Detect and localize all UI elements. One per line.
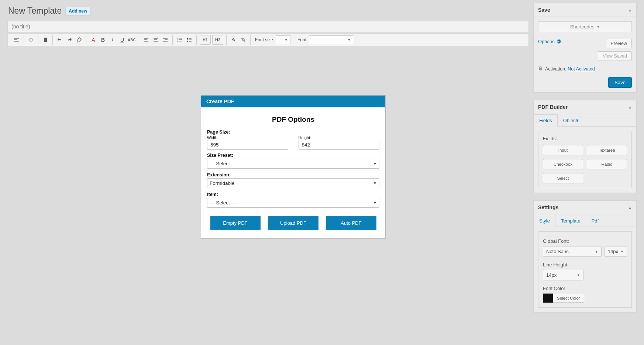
select-color-button[interactable]: Select Color [553, 294, 584, 303]
h2-button[interactable]: H2 [212, 35, 223, 45]
svg-rect-14 [179, 41, 182, 41]
collapse-icon[interactable]: ▲ [628, 206, 632, 210]
link-icon[interactable] [229, 35, 238, 45]
align-center-icon[interactable] [151, 35, 161, 45]
svg-rect-11 [163, 41, 168, 42]
line-height-label: Line Height: [543, 262, 627, 268]
tab-template[interactable]: Template [555, 215, 586, 227]
page-size-label: Page Size: [207, 130, 379, 135]
italic-button[interactable]: I [108, 35, 117, 45]
font-select[interactable]: -▼ [309, 35, 353, 44]
fields-label: Fields: [543, 136, 627, 141]
extension-select[interactable]: Formidable▼ [207, 178, 379, 188]
create-pdf-dialog: Create PDF PDF Options Page Size: Width:… [201, 95, 386, 239]
activation-label: Activation: Not Activated [545, 66, 595, 72]
field-textarea-button[interactable]: Textarea [587, 145, 627, 155]
field-select-button[interactable]: Select [543, 173, 583, 183]
height-label: Height: [299, 135, 380, 140]
svg-rect-1 [14, 39, 17, 40]
pdf-builder-title: PDF Builder [538, 104, 568, 110]
tab-fields[interactable]: Fields [534, 114, 558, 127]
empty-pdf-button[interactable]: Empty PDF [210, 216, 261, 230]
svg-rect-0 [14, 38, 19, 39]
dialog-heading: PDF Options [207, 115, 379, 124]
font-color-label: Font Color: [543, 286, 627, 291]
save-button[interactable]: Save [608, 77, 632, 88]
settings-title: Settings [538, 204, 558, 210]
size-preset-select[interactable]: --- Select ---▼ [207, 159, 379, 169]
template-title-input[interactable] [7, 21, 529, 32]
list-unordered-icon[interactable] [185, 35, 194, 45]
font-size-select[interactable]: -▼ [276, 35, 290, 44]
width-input[interactable] [207, 140, 288, 150]
tab-objects[interactable]: Objects [558, 114, 585, 127]
collapse-icon[interactable]: ▲ [628, 8, 632, 12]
unlink-icon[interactable] [238, 35, 248, 45]
svg-rect-10 [165, 39, 168, 40]
save-panel-title: Save [538, 7, 550, 13]
field-input-button[interactable]: Input [543, 145, 583, 155]
svg-text:3: 3 [177, 40, 178, 42]
save-panel: Save ▲ Shortcodes▼ Options Preview View … [533, 3, 637, 93]
svg-rect-7 [154, 39, 157, 40]
svg-point-20 [187, 41, 188, 42]
field-checkbox-button[interactable]: Checkbox [543, 159, 583, 169]
eye-icon[interactable] [26, 35, 36, 45]
item-label: Item: [207, 192, 379, 197]
svg-rect-13 [179, 39, 182, 40]
gear-icon [556, 39, 561, 44]
list-ordered-icon[interactable]: 123 [175, 35, 185, 45]
svg-rect-12 [179, 38, 182, 38]
font-label: Font: [297, 37, 307, 42]
activation-status-link[interactable]: Not Activated [568, 66, 595, 72]
svg-rect-22 [189, 39, 192, 40]
preview-button[interactable]: Preview [606, 39, 632, 48]
svg-rect-4 [144, 39, 147, 40]
global-font-label: Global Font: [543, 238, 627, 244]
tab-style[interactable]: Style [534, 215, 555, 227]
erase-icon[interactable] [74, 35, 84, 45]
font-color-button[interactable]: A [89, 35, 98, 45]
redo-icon[interactable] [65, 35, 74, 45]
item-select[interactable]: --- Select ---▼ [207, 198, 379, 208]
svg-point-19 [187, 39, 188, 40]
options-link[interactable]: Options [538, 39, 561, 44]
view-saved-button[interactable]: View Saved [598, 51, 632, 61]
svg-rect-2 [14, 41, 19, 42]
svg-rect-8 [154, 41, 158, 42]
underline-button[interactable]: U [117, 35, 127, 45]
tab-pdf[interactable]: Pdf [586, 215, 605, 227]
svg-rect-23 [189, 41, 192, 41]
svg-rect-5 [144, 41, 148, 42]
global-font-select[interactable]: Noto Sans▼ [543, 246, 602, 257]
lock-icon [538, 66, 543, 72]
shortcodes-select[interactable]: Shortcodes▼ [538, 21, 632, 32]
add-new-button[interactable]: Add new [65, 7, 90, 15]
collapse-icon[interactable]: ▲ [628, 105, 632, 109]
bold-button[interactable]: B [98, 35, 108, 45]
field-radio-button[interactable]: Radio [587, 159, 627, 169]
h1-button[interactable]: H1 [200, 35, 211, 45]
line-height-select[interactable]: 14px▼ [543, 270, 583, 280]
page-title: New Template [8, 6, 62, 16]
undo-icon[interactable] [55, 35, 65, 45]
editor-toolbar: A B I U ABC 123 H1 H2 [7, 34, 529, 46]
extension-label: Extension: [207, 172, 379, 177]
dialog-title: Create PDF [201, 96, 385, 107]
upload-pdf-button[interactable]: Upload PDF [268, 216, 318, 230]
global-font-size-select[interactable]: 14px▼ [605, 246, 627, 257]
align-left-icon[interactable] [141, 35, 151, 45]
svg-rect-3 [144, 38, 148, 39]
svg-rect-21 [189, 38, 192, 38]
align-right-icon[interactable] [161, 35, 170, 45]
strike-button[interactable]: ABC [127, 35, 137, 45]
align-icon[interactable] [12, 35, 21, 45]
font-size-label: Font size: [255, 37, 274, 42]
height-input[interactable] [299, 140, 380, 150]
settings-panel: Settings ▲ Style Template Pdf Global Fon… [533, 200, 637, 313]
paste-icon[interactable] [41, 35, 50, 45]
color-swatch[interactable] [543, 293, 553, 303]
svg-rect-9 [163, 38, 168, 39]
auto-pdf-button[interactable]: Auto PDF [326, 216, 376, 230]
svg-rect-6 [154, 38, 158, 39]
